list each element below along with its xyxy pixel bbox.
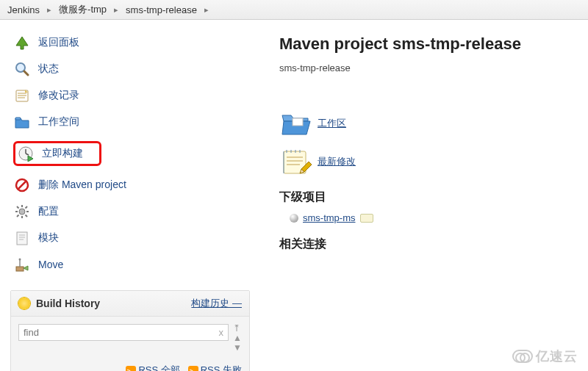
sidebar-item-move[interactable]: Move: [10, 252, 250, 277]
svg-rect-28: [16, 267, 24, 271]
svg-marker-0: [16, 37, 28, 49]
sidebar-item-configure[interactable]: 配置: [10, 199, 250, 224]
chevron-right-icon: ▸: [47, 5, 51, 15]
page-title: Maven project sms-tmp-release: [279, 35, 581, 54]
gear-icon: [13, 203, 31, 220]
changes-link[interactable]: 最新修改: [318, 155, 356, 168]
sidebar: 返回面板 状态 修改记录 工作空间 立即构建: [0, 20, 257, 371]
sidebar-item-label[interactable]: 配置: [38, 205, 59, 218]
build-history-search[interactable]: x: [18, 324, 229, 341]
sidebar-item-modules[interactable]: 模块: [10, 226, 250, 251]
chevron-right-icon: ▸: [114, 5, 118, 15]
watermark: 亿速云: [512, 347, 578, 365]
svg-line-21: [26, 215, 28, 217]
chevron-right-icon: ▸: [204, 5, 209, 15]
folder-open-icon: [279, 109, 312, 138]
search-icon: [13, 60, 31, 78]
downstream-job-link[interactable]: sms-tmp-ms: [303, 212, 356, 223]
delete-icon: [13, 176, 31, 194]
notepad-icon: [13, 87, 31, 104]
svg-line-22: [17, 215, 19, 217]
rss-icon: [188, 366, 198, 371]
notepad-pencil-icon: [279, 147, 312, 176]
arrow-top-icon[interactable]: ⤒: [233, 324, 242, 333]
job-badge-icon: [360, 214, 373, 223]
sidebar-item-status[interactable]: 状态: [10, 57, 250, 82]
status-ball-icon: [290, 214, 298, 223]
sidebar-item-label[interactable]: 修改记录: [38, 89, 79, 102]
search-input[interactable]: [24, 327, 204, 338]
sidebar-item-label[interactable]: 工作空间: [38, 115, 79, 129]
project-description: sms-tmp-release: [279, 62, 581, 73]
rss-all-link[interactable]: RSS 全部: [138, 364, 179, 371]
build-history-trend-link[interactable]: 构建历史 —: [191, 297, 242, 310]
workspace-link[interactable]: 工作区: [318, 117, 346, 130]
breadcrumb-root[interactable]: Jenkins: [7, 4, 40, 15]
arrow-up-icon[interactable]: ▲: [233, 334, 242, 342]
svg-rect-32: [293, 118, 303, 126]
sidebar-item-label[interactable]: Move: [38, 259, 63, 270]
sidebar-item-build-now[interactable]: 立即构建: [10, 136, 250, 171]
breadcrumb-level1[interactable]: 微服务-tmp: [59, 3, 107, 16]
downstream-job-row[interactable]: sms-tmp-ms: [290, 212, 581, 223]
clock-play-icon: [17, 145, 35, 162]
rss-icon: [126, 366, 136, 371]
svg-line-2: [24, 71, 28, 75]
changes-link-row[interactable]: 最新修改: [279, 147, 581, 176]
folder-icon: [13, 113, 31, 131]
svg-line-23: [26, 206, 28, 209]
svg-rect-8: [15, 118, 21, 120]
sidebar-item-label[interactable]: 状态: [38, 62, 59, 76]
svg-line-20: [17, 206, 19, 209]
sidebar-item-workspace[interactable]: 工作空间: [10, 109, 250, 134]
svg-rect-24: [17, 232, 27, 245]
svg-point-15: [19, 209, 25, 215]
sidebar-item-delete[interactable]: 删除 Maven project: [10, 173, 250, 198]
sidebar-item-label[interactable]: 返回面板: [38, 36, 79, 49]
sidebar-item-changes[interactable]: 修改记录: [10, 83, 250, 108]
sun-icon: [18, 298, 30, 309]
breadcrumb: Jenkins ▸ 微服务-tmp ▸ sms-tmp-release ▸: [0, 0, 588, 20]
rss-fail-link[interactable]: RSS 失败: [201, 364, 242, 371]
downstream-heading: 下级项目: [279, 190, 581, 205]
sidebar-item-back[interactable]: 返回面板: [10, 30, 250, 55]
history-nav-arrows[interactable]: ⤒ ▲ ▼: [233, 324, 242, 352]
side-task-list: 返回面板 状态 修改记录 工作空间 立即构建: [10, 30, 250, 277]
highlight-annotation: 立即构建: [13, 141, 101, 166]
related-heading: 相关连接: [279, 237, 581, 252]
breadcrumb-level2[interactable]: sms-tmp-release: [126, 4, 197, 15]
build-history-title: Build History: [36, 298, 100, 309]
clear-icon[interactable]: x: [219, 327, 224, 338]
document-icon: [13, 229, 31, 247]
main-panel: Maven project sms-tmp-release sms-tmp-re…: [257, 20, 588, 371]
arrow-down-icon[interactable]: ▼: [233, 343, 242, 352]
watermark-text: 亿速云: [536, 347, 578, 365]
sidebar-item-label[interactable]: 模块: [38, 231, 59, 245]
watermark-logo-icon: [512, 350, 533, 363]
svg-point-30: [19, 259, 21, 261]
sidebar-item-label[interactable]: 删除 Maven project: [38, 179, 126, 192]
move-icon: [13, 256, 31, 273]
build-history-panel: Build History 构建历史 — x ⤒ ▲ ▼ RSS 全部 RSS …: [10, 290, 250, 371]
svg-marker-31: [24, 266, 28, 270]
up-arrow-icon: [13, 34, 31, 51]
sidebar-item-label[interactable]: 立即构建: [42, 147, 83, 160]
workspace-link-row[interactable]: 工作区: [279, 109, 581, 138]
